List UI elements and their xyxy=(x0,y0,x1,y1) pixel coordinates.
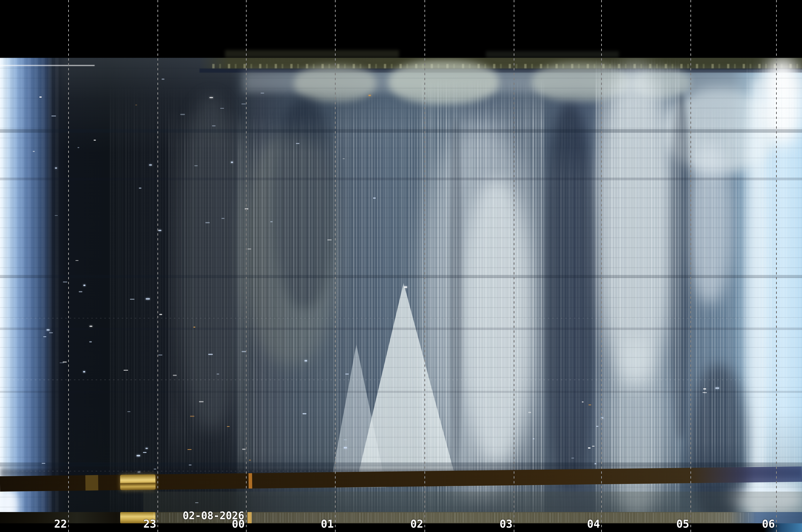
hour-tick-label: 02 xyxy=(410,519,423,529)
date-stamp: 02-08-2026 xyxy=(183,511,244,521)
hour-tick-label: 22 xyxy=(54,519,67,529)
hour-tick-label: 23 xyxy=(143,519,156,529)
keogram-stage: 222300010203040506 02-08-2026 xyxy=(0,0,802,532)
hour-tick-label: 01 xyxy=(321,519,334,529)
hour-tick-labels: 222300010203040506 xyxy=(0,0,802,532)
hour-tick-label: 04 xyxy=(587,519,600,529)
hour-tick-label: 05 xyxy=(676,519,689,529)
hour-tick-label: 06 xyxy=(762,519,775,529)
hour-tick-label: 03 xyxy=(499,519,513,529)
